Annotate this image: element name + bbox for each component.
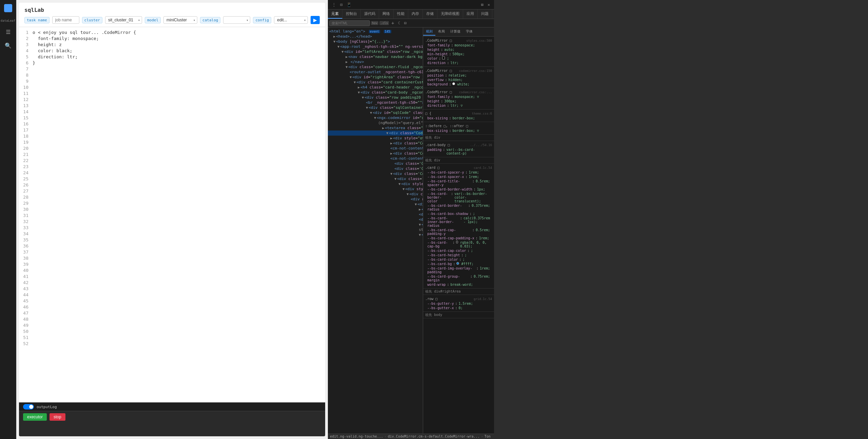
dock-icon[interactable]: ⊞ [480,2,485,8]
stop-button[interactable]: stop [50,413,65,421]
styles-section-1: .CodeMirror □ styles.css:580 font-family… [423,37,494,67]
breadcrumb-item[interactable]: Ton [485,435,491,438]
devtools-top-tab[interactable]: 无障碍视图 [437,9,463,19]
devtools-top-tab[interactable]: 性能 [394,9,408,19]
dom-tree-node[interactable]: ▼<div class='CodeMirror-cursors'> [328,222,423,227]
breadcrumb-item[interactable]: edit.ng-valid.ng-touche... [330,435,383,438]
dom-tree-node[interactable]: <cm-not-content true style='height: 18px… [328,156,423,161]
devtools-top-tab[interactable]: 应用 [463,9,478,19]
dom-tree-node[interactable]: <div class='CodeMirror-scrollbar-filler'… [328,161,423,166]
styles-section-header-3[interactable]: .CodeMirror □ codemirror.css:... [423,89,494,95]
dom-tree-node[interactable]: <html lang="en"> event 145 [328,29,423,34]
dom-tree-node[interactable]: ▶<div style="overflow: hidden; position:… [328,136,423,141]
dom-tree-node[interactable]: ▶<nav class="navbar navbar-dark bg-dark … [328,54,423,59]
styles-sub-tab[interactable]: 字体 [463,28,475,36]
code-line: 42 [19,280,325,286]
dom-tree-node[interactable]: ▼<div class="sqlContainer _ngcontent-tgh… [328,105,423,110]
devtools-top-tab[interactable]: 内存 [408,9,423,19]
code-line: 50 [19,329,325,335]
dom-tree-node[interactable]: ▼<div id="sqlCode" class="panel _ngconte… [328,110,423,115]
dom-tree-node[interactable]: <div class='CodeMirror-measure'></div> [328,212,423,217]
dom-tree-node[interactable]: ▼<div class="card containerCustomer marg… [328,80,423,85]
close-devtools-icon[interactable]: ✕ [486,2,491,8]
hov-btn[interactable]: hov [371,21,378,25]
devtools-top-tab[interactable]: 元素 [328,9,342,19]
styles-sub-tab[interactable]: 规则 [423,28,435,36]
sidebar-search-icon[interactable]: 🔍 [3,40,14,51]
mobile-icon[interactable]: 📱 [345,2,353,8]
editor-area: 1o < enjoy you sql tour... .CodeMirror {… [19,27,325,402]
styles-section-header-1[interactable]: .CodeMirror □ styles.css:580 [423,38,494,43]
devtools-top-tab[interactable]: 控制台 [342,9,361,19]
run-button[interactable]: ▶ [311,16,320,24]
dom-tree-node[interactable]: ▼<div class="container-fluid _ngcontent-… [328,64,423,69]
config-select[interactable]: edit... [274,16,308,24]
dom-tree[interactable]: <html lang="en"> event 145▶<head>...</he… [328,27,423,434]
devtools-menu-icon[interactable]: ⋮ [331,2,337,8]
dom-tree-node[interactable]: ▶<div style='position: relative;'>...</d… [328,237,423,242]
dom-tree-node[interactable]: ▼<div style='position: relative; top: 0p… [328,181,423,186]
dom-tree-node[interactable]: style='visibility: hidden;'>...</div> [328,227,423,232]
dom-tree-node[interactable]: <router-outlet _ngcontent-tgh-c61=""></r… [328,69,423,75]
code-line: 34 [19,231,325,237]
dom-tree-node[interactable]: ▼<body [ngClass]="{...}"> [328,39,423,44]
executor-button[interactable]: executor [23,413,47,421]
code-editor[interactable]: 1o < enjoy you sql tour... .CodeMirror {… [19,27,325,402]
dom-tree-node[interactable]: <div role='presentation'> event [328,197,423,202]
inspect-icon[interactable]: ⊡ [339,2,344,8]
html-search-input[interactable] [329,20,370,26]
dom-tree-node[interactable]: <div class='CodeMirror-gutter-filler' cm… [328,166,423,171]
dom-tree-node[interactable]: ▼<div class='CodeMirror-code' role='pres… [328,232,423,237]
styles-section-card-body-header[interactable]: .card-body □ ../.../54.16 [423,142,494,147]
plus-btn[interactable]: + [390,20,395,26]
dom-tree-node[interactable]: ▼<div class="card-body _ngcontent-tgh-c5… [328,90,423,95]
dom-tree-node[interactable]: <div style='position: relative; z-index.… [328,217,423,222]
breadcrumb-item[interactable]: div.CodeMirror.cm-s-default.CodeMirror-w… [388,435,480,438]
dom-tree-node[interactable]: (ngModel)="query.el" class="ng-reflect-c… [328,120,423,125]
styles-section-card-header[interactable]: .card □ card.1c.54 [423,165,494,170]
styles-sub-tab[interactable]: 计算值 [448,28,463,36]
styles-section-header-5[interactable]: ::before □, ::after □ [423,123,494,128]
dom-tree-node[interactable]: ▼<ngx-codemirror id="cdEdit" class="ng-v… [328,115,423,120]
devtools-top-tab[interactable]: 更多 [492,9,494,19]
dom-tree-node[interactable]: ▼<div class='CodeMirror-scroll' tabindex… [328,171,423,176]
dom-tree-node[interactable]: ▶<div class="CodeMirror-vscrollbar" tabi… [328,141,423,146]
dom-tree-node[interactable]: ▼<div class="CodeMirror cm-s-default Cod… [328,131,423,136]
devtools-top-tab[interactable]: 网络 [379,9,394,19]
dom-tree-node[interactable]: ▶<head>...</head> [328,34,423,39]
dom-tree-node[interactable]: ▶<h4 class="card-header _ngcontent-tgh-c… [328,85,423,90]
devtools-top-tab[interactable]: 源代码 [361,9,379,19]
styles-section-header-4[interactable]: □ { theme.css:6 [423,111,494,116]
catalog-select[interactable] [223,16,250,24]
styles-section-header-2[interactable]: .CodeMirror □ codemirror.css:150 [423,68,494,73]
layout-btn[interactable]: ⊟ [403,20,408,26]
dom-tree-node[interactable]: ▼<div style='position: relative;'> [328,186,423,192]
dom-tree-node[interactable]: ▶<div class="CodeMirror-hscrollbar" tabi… [328,151,423,156]
dom-tree-node[interactable]: ▶ </nav> [328,59,423,64]
dom-tree-node[interactable]: ▼<div id="rightArea" class="row _ngconte… [328,75,423,80]
output-toggle[interactable] [23,404,34,410]
dom-tree-node[interactable]: ▼<div class='CodeMirror-sizer' style='ma… [328,176,423,181]
dom-tree-node[interactable]: ▼<div style='position: relative; outline… [328,202,423,207]
model-select[interactable]: miniCluster [163,16,197,24]
code-line: 11 [19,91,325,97]
cluster-select[interactable]: sit_cluster_01 [105,16,142,24]
cls-btn[interactable]: .cls [379,21,389,25]
dom-tree-node[interactable]: ▼<div class="row padding20 _ngcontent-tg… [328,95,423,100]
breadcrumb-separator: › [481,435,483,438]
sidebar-menu-icon[interactable]: ☰ [3,26,14,37]
dom-tree-node[interactable]: ▼<div id="leftArea" class="row _ngconten… [328,49,423,54]
dom-tree-node[interactable]: ▼<app-root _nghost-tgh-c61="" ng-version… [328,44,423,49]
dom-tree-node[interactable]: ▼<div class='CodeMirror-lines'> [328,192,423,197]
devtools-top-tab[interactable]: 存储 [423,9,437,19]
styles-sub-tab[interactable]: 布局 [435,28,448,36]
devtools-top-tab[interactable]: 问题 [478,9,492,19]
dom-tree-node[interactable]: ▶<textarea class="CodeMirror-source"... [328,125,423,131]
dom-tree-node[interactable]: ▶<div class='CodeMirror-measure'>...</di… [328,207,423,212]
styles-section-row-header[interactable]: .row □ grid.1c.54 [423,296,494,301]
task-name-input[interactable] [52,16,79,24]
dom-tree-node[interactable]: <cm-not-content true style='width: 18px;… [328,146,423,151]
sun-moon-btn[interactable]: ☾ [397,20,402,26]
output-header: outputLog [19,403,325,411]
dom-tree-node[interactable]: <br _ngcontent-tgh-c50=""> [328,100,423,105]
